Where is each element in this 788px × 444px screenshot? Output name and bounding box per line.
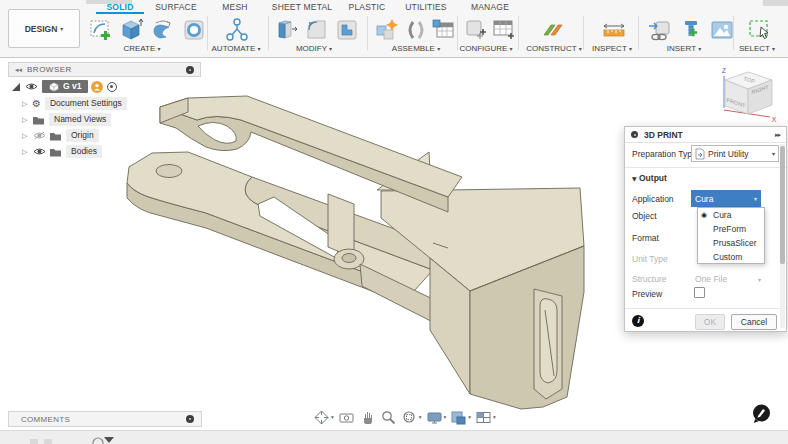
tab-utilities[interactable]: UTILITIES bbox=[399, 0, 453, 14]
browser-panel-header: ◂◂ BROWSER bbox=[8, 62, 201, 77]
orbit-button[interactable]: ▾ bbox=[313, 409, 334, 426]
expand-panel-icon[interactable]: ▸▸ bbox=[775, 131, 780, 139]
menu-item-preform[interactable]: PreForm bbox=[698, 222, 764, 236]
zoom-window-button[interactable]: ▾ bbox=[401, 409, 422, 426]
collapsed-caret-icon[interactable]: ▷ bbox=[22, 116, 32, 124]
revolve-icon bbox=[150, 17, 176, 43]
select-button[interactable] bbox=[746, 16, 773, 43]
tab-plastic[interactable]: PLASTIC bbox=[340, 0, 394, 14]
design-workspace-button[interactable]: DESIGN ▾ bbox=[8, 9, 80, 48]
tab-solid[interactable]: SOLID bbox=[96, 0, 144, 14]
tab-mesh[interactable]: MESH bbox=[212, 0, 258, 14]
expanded-caret-icon[interactable] bbox=[10, 81, 21, 93]
preparation-type-select[interactable]: Print Utility ▾ bbox=[691, 145, 779, 162]
tab-sheet-metal[interactable]: SHEET METAL bbox=[262, 0, 342, 14]
feedback-bubble-button[interactable] bbox=[752, 404, 771, 423]
eye-icon[interactable] bbox=[24, 81, 39, 92]
insert-derive-button[interactable] bbox=[646, 16, 673, 43]
browser-root-row[interactable]: G v1 bbox=[10, 80, 117, 93]
root-component-pill[interactable]: G v1 bbox=[42, 80, 88, 93]
automate-button[interactable] bbox=[223, 16, 250, 43]
joint-button[interactable] bbox=[402, 16, 429, 43]
ok-button[interactable]: OK bbox=[695, 314, 725, 330]
component-pattern-button[interactable] bbox=[430, 16, 457, 43]
collapsed-caret-icon[interactable]: ▷ bbox=[22, 100, 32, 108]
insert-group-dropdown[interactable]: INSERT ▾ bbox=[648, 44, 720, 54]
browser-item-label[interactable]: Named Views bbox=[49, 113, 111, 126]
root-component-label: G v1 bbox=[63, 80, 81, 93]
collapsed-caret-icon[interactable]: ▷ bbox=[22, 148, 32, 156]
component-activate-radio[interactable] bbox=[107, 82, 117, 92]
create-group-dropdown[interactable]: CREATE ▾ bbox=[107, 44, 177, 54]
measure-button[interactable] bbox=[600, 16, 627, 43]
revolve-button[interactable] bbox=[149, 16, 176, 43]
browser-row-bodies[interactable]: ▷ Bodies bbox=[22, 145, 102, 158]
configuration-table-button[interactable] bbox=[490, 16, 517, 43]
tab-manage[interactable]: MANAGE bbox=[463, 0, 517, 14]
application-select[interactable]: Cura ▾ bbox=[691, 190, 761, 207]
create-sketch-icon bbox=[88, 17, 114, 43]
new-component-icon bbox=[373, 17, 399, 43]
select-group-dropdown[interactable]: SELECT ▾ bbox=[722, 44, 788, 54]
modify-group-dropdown[interactable]: MODIFY ▾ bbox=[279, 44, 349, 54]
tab-surface[interactable]: SURFACE bbox=[146, 0, 206, 14]
browser-item-label[interactable]: Document Settings bbox=[45, 97, 127, 110]
configure-group-dropdown[interactable]: CONFIGURE ▾ bbox=[448, 44, 524, 54]
viewcube[interactable]: Z X TOP FRONT RIGHT bbox=[712, 64, 782, 128]
preview-checkbox[interactable] bbox=[694, 287, 705, 298]
browser-row-named-views[interactable]: ▷ Named Views bbox=[22, 113, 111, 126]
collapsed-caret-icon[interactable]: ▷ bbox=[22, 132, 32, 140]
print-utility-doc-icon bbox=[695, 148, 705, 160]
cancel-button[interactable]: Cancel bbox=[731, 314, 777, 330]
menu-item-custom[interactable]: Custom bbox=[698, 250, 764, 264]
menu-item-prusaslicer[interactable]: PrusaSlicer bbox=[698, 236, 764, 250]
pan-button[interactable] bbox=[359, 409, 376, 426]
joint-icon bbox=[403, 17, 429, 43]
construct-plane-button[interactable] bbox=[539, 16, 566, 43]
info-icon[interactable]: i bbox=[632, 315, 644, 327]
assemble-group-dropdown[interactable]: ASSEMBLE ▾ bbox=[378, 44, 454, 54]
eye-hidden-icon[interactable] bbox=[32, 130, 47, 141]
browser-row-document-settings[interactable]: ▷ ⚙ Document Settings bbox=[22, 97, 127, 110]
inspect-group-dropdown[interactable]: INSPECT ▾ bbox=[576, 44, 648, 54]
comments-panel-header[interactable]: COMMENTS bbox=[8, 411, 202, 427]
new-component-button[interactable] bbox=[372, 16, 399, 43]
browser-item-label[interactable]: Origin bbox=[66, 129, 99, 142]
browser-item-label[interactable]: Bodies bbox=[66, 145, 102, 158]
grid-settings-button[interactable]: ▾ bbox=[450, 409, 471, 426]
orbit-icon bbox=[313, 409, 330, 426]
person-icon bbox=[93, 83, 101, 91]
preview-label: Preview bbox=[632, 289, 662, 299]
create-sketch-button[interactable] bbox=[87, 16, 114, 43]
insert-fastener-button[interactable] bbox=[677, 16, 704, 43]
display-settings-dot-icon[interactable] bbox=[186, 66, 194, 74]
structure-value: One File bbox=[695, 274, 727, 284]
window-corner-fragment bbox=[763, 0, 788, 6]
collapse-panel-icon[interactable]: ◂◂ bbox=[15, 66, 22, 74]
collaborator-badge[interactable] bbox=[91, 81, 103, 93]
press-pull-button[interactable] bbox=[273, 16, 300, 43]
dialog-header[interactable]: 3D PRINT ▸▸ bbox=[625, 127, 786, 143]
hole-button[interactable] bbox=[180, 16, 207, 43]
comments-dot-icon[interactable] bbox=[186, 415, 194, 423]
eye-icon[interactable] bbox=[32, 146, 47, 157]
timeline-strip bbox=[0, 430, 788, 444]
configuration-button[interactable] bbox=[462, 16, 489, 43]
shell-button[interactable] bbox=[333, 16, 360, 43]
object-label: Object bbox=[632, 211, 657, 221]
display-settings-button[interactable]: ▾ bbox=[426, 409, 447, 426]
chevron-down-icon: ▾ bbox=[758, 276, 761, 283]
dialog-scrollbar-thumb[interactable] bbox=[780, 146, 785, 264]
zoom-window-icon bbox=[401, 409, 418, 426]
insert-canvas-button[interactable] bbox=[708, 16, 735, 43]
zoom-button[interactable] bbox=[380, 409, 397, 426]
fillet-icon bbox=[304, 17, 330, 43]
fillet-button[interactable] bbox=[303, 16, 330, 43]
output-section-header[interactable]: ▼ Output bbox=[632, 173, 667, 183]
automate-group-dropdown[interactable]: AUTOMATE ▾ bbox=[198, 44, 274, 54]
viewports-button[interactable]: ▾ bbox=[475, 409, 496, 426]
extrude-button[interactable] bbox=[118, 16, 145, 43]
browser-row-origin[interactable]: ▷ Origin bbox=[22, 129, 99, 142]
menu-item-cura[interactable]: ◉ Cura bbox=[698, 208, 764, 222]
look-at-button[interactable] bbox=[338, 409, 355, 426]
